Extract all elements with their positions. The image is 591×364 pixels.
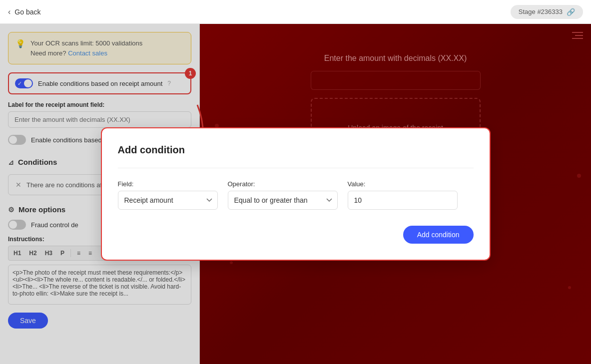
modal-operator-select[interactable]: Equal to or greater than Equal to or les… <box>228 191 338 210</box>
modal-value-input[interactable] <box>348 191 458 210</box>
modal-footer: Add condition <box>118 226 474 244</box>
modal-title: Add condition <box>118 144 474 156</box>
modal-value-field: Value: <box>348 180 458 210</box>
modal-field-select[interactable]: Receipt amount Receipt date <box>118 191 218 210</box>
modal-operator-label: Operator: <box>228 180 338 188</box>
modal-add-condition-button[interactable]: Add condition <box>403 226 474 244</box>
link-icon[interactable]: 🔗 <box>567 8 575 16</box>
modal-overlay[interactable]: Add condition Field: Receipt amount Rece… <box>0 24 591 364</box>
modal-fields: Field: Receipt amount Receipt date Opera… <box>118 180 474 210</box>
modal-divider <box>118 168 474 168</box>
chevron-left-icon: ‹ <box>8 7 10 16</box>
stage-label: Stage #236333 <box>519 8 563 15</box>
modal-operator-field: Operator: Equal to or greater than Equal… <box>228 180 338 210</box>
modal-field-field: Field: Receipt amount Receipt date <box>118 180 218 210</box>
modal-value-label: Value: <box>348 180 458 188</box>
go-back-label: Go back <box>14 8 40 16</box>
modal-field-label: Field: <box>118 180 218 188</box>
add-condition-modal: Add condition Field: Receipt amount Rece… <box>101 127 491 261</box>
go-back-button[interactable]: ‹ Go back <box>8 7 40 16</box>
stage-badge: Stage #236333 🔗 <box>511 5 583 19</box>
top-bar: ‹ Go back Stage #236333 🔗 <box>0 0 591 24</box>
